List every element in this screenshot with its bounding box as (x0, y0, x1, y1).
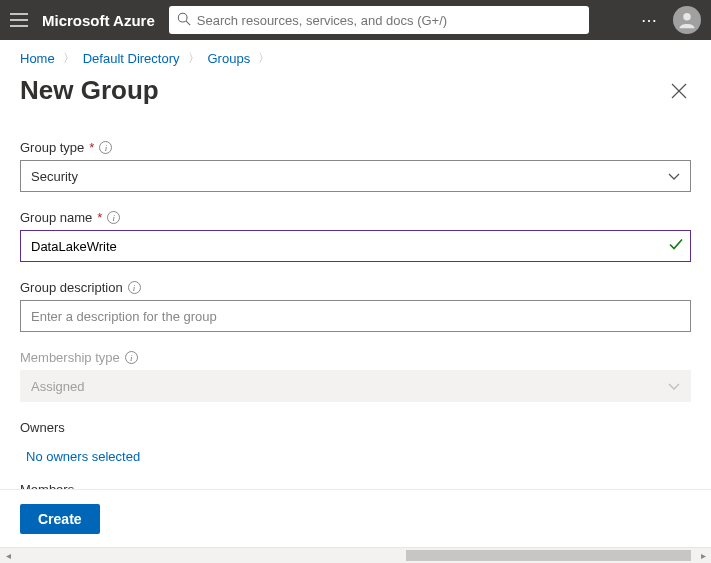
membership-type-select: Assigned (20, 370, 691, 402)
chevron-right-icon: 〉 (188, 50, 200, 67)
required-marker: * (97, 210, 102, 225)
search-icon (177, 12, 191, 29)
svg-point-5 (683, 13, 691, 21)
info-icon[interactable]: i (107, 211, 120, 224)
membership-type-label: Membership type (20, 350, 120, 365)
group-description-label: Group description (20, 280, 123, 295)
field-membership-type: Membership type i Assigned (20, 350, 691, 402)
info-icon[interactable]: i (125, 351, 138, 364)
scroll-left-arrow-icon[interactable]: ◂ (0, 550, 16, 561)
check-icon (669, 239, 683, 254)
field-group-type: Group type * i Security (20, 140, 691, 192)
chevron-right-icon: 〉 (258, 50, 270, 67)
svg-point-3 (178, 13, 187, 22)
form-panel: Group type * i Security Group name * i G… (0, 120, 711, 489)
chevron-right-icon: 〉 (63, 50, 75, 67)
search-box[interactable] (169, 6, 589, 34)
breadcrumb-home[interactable]: Home (20, 51, 55, 66)
section-owners: Owners No owners selected (20, 420, 691, 464)
required-marker: * (89, 140, 94, 155)
horizontal-scrollbar[interactable]: ◂ ▸ (0, 547, 711, 563)
create-button[interactable]: Create (20, 504, 100, 534)
scroll-track[interactable] (16, 548, 695, 563)
chevron-down-icon (668, 169, 680, 184)
group-type-value: Security (31, 169, 78, 184)
field-group-description: Group description i (20, 280, 691, 332)
info-icon[interactable]: i (99, 141, 112, 154)
members-heading: Members (20, 482, 691, 489)
scroll-right-arrow-icon[interactable]: ▸ (695, 550, 711, 561)
page-title: New Group (20, 75, 159, 106)
hamburger-icon[interactable] (10, 13, 28, 27)
search-input[interactable] (197, 13, 581, 28)
close-button[interactable] (667, 79, 691, 103)
chevron-down-icon (668, 379, 680, 394)
group-description-input[interactable] (20, 300, 691, 332)
group-name-input[interactable] (20, 230, 691, 262)
breadcrumb-groups[interactable]: Groups (208, 51, 251, 66)
info-icon[interactable]: i (128, 281, 141, 294)
owners-heading: Owners (20, 420, 691, 435)
brand-label: Microsoft Azure (42, 12, 155, 29)
owners-link[interactable]: No owners selected (20, 443, 140, 464)
title-row: New Group (0, 67, 711, 122)
avatar[interactable] (673, 6, 701, 34)
group-name-label: Group name (20, 210, 92, 225)
group-type-label: Group type (20, 140, 84, 155)
svg-line-4 (186, 21, 190, 25)
footer-bar: Create (0, 489, 711, 547)
section-members: Members (20, 482, 691, 489)
breadcrumb-directory[interactable]: Default Directory (83, 51, 180, 66)
group-type-select[interactable]: Security (20, 160, 691, 192)
breadcrumb: Home 〉 Default Directory 〉 Groups 〉 (0, 40, 711, 67)
scroll-thumb[interactable] (406, 550, 691, 561)
field-group-name: Group name * i (20, 210, 691, 262)
top-bar: Microsoft Azure ⋯ (0, 0, 711, 40)
more-icon[interactable]: ⋯ (641, 11, 659, 30)
membership-type-value: Assigned (31, 379, 84, 394)
